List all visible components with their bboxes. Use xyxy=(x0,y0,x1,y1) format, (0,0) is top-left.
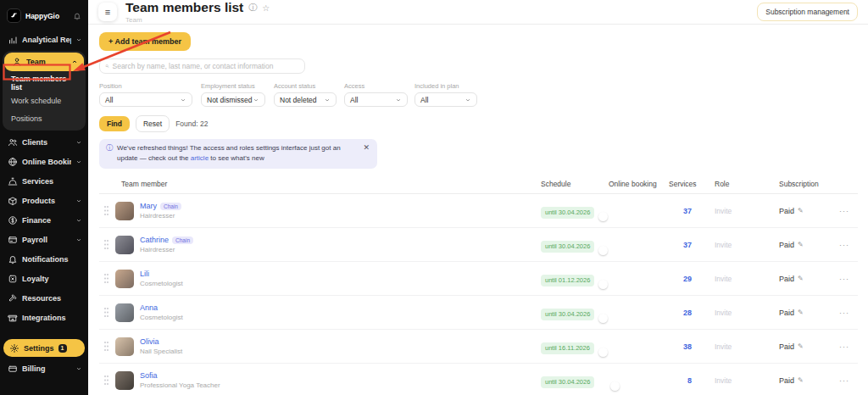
role-invite[interactable]: Invite xyxy=(710,275,775,283)
member-cell: Anna Cosmetologist xyxy=(114,303,534,322)
member-position: Cosmetologist xyxy=(140,280,183,287)
services-count-link[interactable]: 28 xyxy=(669,309,710,317)
sidebar-item-analytical-reports[interactable]: Analytical Reports xyxy=(0,30,88,49)
gear-icon xyxy=(9,343,19,353)
schedule-badge[interactable]: until 16.11.2026 xyxy=(541,342,594,354)
loyalty-icon xyxy=(8,274,18,284)
member-cell: Lili Cosmetologist xyxy=(114,270,534,288)
table-row: Olivia Nail Specialist until 16.11.2026 … xyxy=(99,330,858,364)
services-count-link[interactable]: 37 xyxy=(669,207,710,215)
member-name-link[interactable]: Mary xyxy=(140,202,157,210)
reset-button[interactable]: Reset xyxy=(136,115,170,132)
schedule-badge[interactable]: until 30.04.2026 xyxy=(541,207,594,219)
drag-handle-icon[interactable] xyxy=(104,342,108,351)
sidebar-item-online-booking[interactable]: Online Booking xyxy=(0,152,88,171)
payroll-card-icon xyxy=(8,235,18,245)
member-name-link[interactable]: Lili xyxy=(140,270,149,278)
filter-select-position[interactable]: All xyxy=(99,92,192,107)
drag-handle-icon[interactable] xyxy=(104,240,108,249)
col-subscription: Subscription xyxy=(775,180,839,188)
row-menu-icon[interactable]: ··· xyxy=(839,241,858,249)
hammer-icon xyxy=(8,293,18,303)
drag-handle-icon[interactable] xyxy=(104,206,108,215)
filter-label: Included in plan xyxy=(415,82,477,90)
schedule-badge[interactable]: until 30.04.2026 xyxy=(541,309,594,320)
role-invite[interactable]: Invite xyxy=(710,342,775,351)
sidebar-item-team[interactable]: Team xyxy=(4,53,84,71)
table-row: Cathrine Chain Hairdresser until 30.04.2… xyxy=(99,228,858,262)
role-invite[interactable]: Invite xyxy=(710,241,775,249)
sidebar-subitem-positions[interactable]: Positions xyxy=(3,109,86,127)
notifications-bell-icon[interactable] xyxy=(73,12,81,20)
schedule-badge[interactable]: until 30.04.2026 xyxy=(541,376,594,388)
member-name-link[interactable]: Anna xyxy=(140,303,158,312)
avatar xyxy=(115,303,134,322)
schedule-badge[interactable]: until 30.04.2026 xyxy=(541,241,594,253)
row-menu-icon[interactable]: ··· xyxy=(839,275,858,283)
sidebar-item-services[interactable]: Services xyxy=(0,171,88,191)
sidebar-subitem-team-members-list[interactable]: Team members list xyxy=(3,74,86,92)
sidebar-item-billing[interactable]: Billing xyxy=(0,359,88,378)
sidebar-item-integrations[interactable]: Integrations xyxy=(0,308,88,327)
member-name-link[interactable]: Olivia xyxy=(140,337,159,346)
find-button[interactable]: Find xyxy=(99,116,130,131)
services-count-link[interactable]: 38 xyxy=(669,342,710,351)
edit-pencil-icon[interactable]: ✎ xyxy=(798,342,804,350)
star-favorite-icon[interactable]: ☆ xyxy=(262,3,270,13)
role-invite[interactable]: Invite xyxy=(710,207,775,215)
schedule-badge[interactable]: until 01.12.2026 xyxy=(541,275,594,287)
settings-badge: 1 xyxy=(58,344,67,353)
row-menu-icon[interactable]: ··· xyxy=(839,376,858,385)
add-team-member-button[interactable]: + Add team member xyxy=(99,32,191,51)
services-count-link[interactable]: 29 xyxy=(669,275,710,283)
role-invite[interactable]: Invite xyxy=(710,309,775,317)
edit-pencil-icon[interactable]: ✎ xyxy=(798,207,804,214)
page-title: Team members list xyxy=(125,0,243,15)
sidebar-item-payroll[interactable]: Payroll xyxy=(0,230,88,249)
banner-article-link[interactable]: article xyxy=(191,154,209,162)
filter-select-included-in-plan[interactable]: All xyxy=(415,92,477,107)
box-icon xyxy=(8,196,18,206)
edit-pencil-icon[interactable]: ✎ xyxy=(798,241,804,248)
sidebar-item-resources[interactable]: Resources xyxy=(0,288,88,308)
sidebar-item-settings[interactable]: Settings 1 xyxy=(3,339,85,357)
sidebar-item-finance[interactable]: Finance xyxy=(0,210,88,230)
sidebar-subitem-work-schedule[interactable]: Work schedule xyxy=(3,92,86,109)
info-icon[interactable]: ⓘ xyxy=(248,2,257,14)
drag-handle-icon[interactable] xyxy=(104,376,108,385)
page-header: ≡ Team members list ⓘ ☆ Team Subscriptio… xyxy=(88,0,868,25)
store-icon xyxy=(8,313,18,323)
services-count-link[interactable]: 37 xyxy=(669,241,710,249)
table-row: Sofia Professional Yoga Teacher until 30… xyxy=(99,364,858,395)
banner-close-icon[interactable]: ✕ xyxy=(362,143,370,164)
sidebar-item-notifications[interactable]: Notifications xyxy=(0,249,88,269)
row-menu-icon[interactable]: ··· xyxy=(839,342,858,351)
edit-pencil-icon[interactable]: ✎ xyxy=(798,309,804,316)
breadcrumb: Team xyxy=(125,16,270,24)
chevron-down-icon xyxy=(465,97,471,103)
role-invite[interactable]: Invite xyxy=(710,376,775,385)
row-menu-icon[interactable]: ··· xyxy=(839,207,858,215)
filter-select-account-status[interactable]: Not deleted xyxy=(274,92,337,107)
member-position: Hairdresser xyxy=(140,246,193,253)
sidebar-item-products[interactable]: Products xyxy=(0,191,88,210)
edit-pencil-icon[interactable]: ✎ xyxy=(798,376,804,384)
subscription-management-button[interactable]: Subscription management xyxy=(757,3,858,21)
edit-pencil-icon[interactable]: ✎ xyxy=(798,275,804,282)
drag-handle-icon[interactable] xyxy=(104,274,108,283)
filter-select-employment-status[interactable]: Not dismissed xyxy=(201,92,265,107)
row-menu-icon[interactable]: ··· xyxy=(839,309,858,317)
services-count-link[interactable]: 8 xyxy=(669,376,710,385)
sidebar-item-loyalty[interactable]: Loyalty xyxy=(0,269,88,288)
drag-handle-icon[interactable] xyxy=(104,308,108,317)
member-name-link[interactable]: Sofia xyxy=(140,371,158,380)
filter-select-access[interactable]: All xyxy=(344,92,408,107)
search-input[interactable] xyxy=(112,62,299,70)
sidebar-item-clients[interactable]: Clients xyxy=(0,132,88,152)
member-cell: Olivia Nail Specialist xyxy=(114,337,534,356)
service-bell-icon xyxy=(8,176,18,186)
sidebar-nav: Analytical Reports TeamTeam members list… xyxy=(0,30,88,390)
member-name-link[interactable]: Cathrine xyxy=(140,236,169,244)
hamburger-menu-icon[interactable]: ≡ xyxy=(98,3,117,21)
table-body: Mary Chain Hairdresser until 30.04.2026 … xyxy=(99,194,858,395)
